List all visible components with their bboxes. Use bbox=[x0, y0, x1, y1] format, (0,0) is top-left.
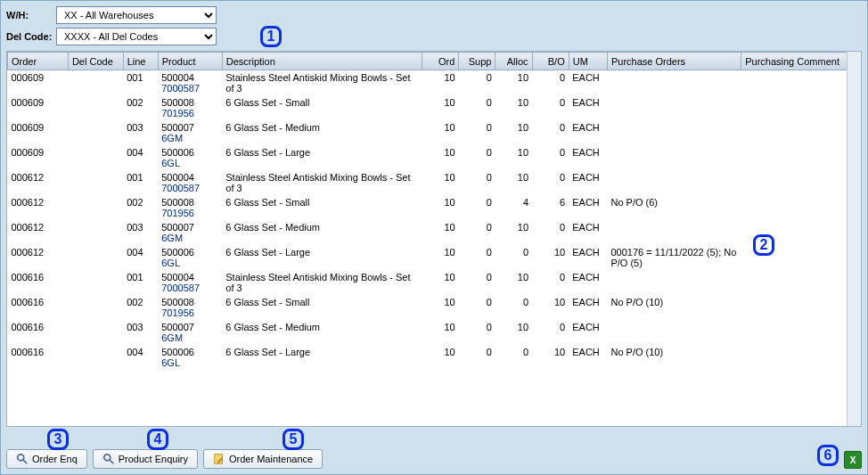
table-row[interactable]: 0006090015000047000587Stainless Steel An… bbox=[8, 70, 861, 96]
orders-table: Order Del Code Line Product Description … bbox=[7, 52, 861, 370]
cell-bo: 10 bbox=[532, 295, 569, 320]
wh-select[interactable]: XX - All Warehouses bbox=[56, 6, 217, 24]
filters-panel: W/H: XX - All Warehouses Del Code: XXXX … bbox=[6, 6, 862, 45]
cell-ord: 10 bbox=[422, 95, 459, 120]
cell-bo: 10 bbox=[532, 345, 569, 370]
cell-bo: 0 bbox=[532, 120, 569, 145]
cell-po bbox=[607, 270, 741, 295]
cell-alloc: 10 bbox=[495, 95, 532, 120]
cell-pc bbox=[741, 120, 861, 145]
callout-5: 5 bbox=[283, 429, 304, 450]
col-line[interactable]: Line bbox=[123, 53, 158, 70]
cell-po bbox=[607, 120, 741, 145]
table-row[interactable]: 0006160045000066GL6 Glass Set - Large100… bbox=[8, 345, 861, 370]
cell-um: EACH bbox=[569, 295, 607, 320]
cell-order[interactable]: 000609 bbox=[8, 145, 69, 170]
cell-description: Stainless Steel Antiskid Mixing Bowls - … bbox=[222, 170, 422, 195]
table-row[interactable]: 0006160015000047000587Stainless Steel An… bbox=[8, 270, 861, 295]
cell-order[interactable]: 000616 bbox=[8, 345, 69, 370]
table-row[interactable]: 0006120035000076GM6 Glass Set - Medium10… bbox=[8, 220, 861, 245]
cell-ord: 10 bbox=[422, 320, 459, 345]
cell-product[interactable]: 5000076GM bbox=[158, 320, 222, 345]
cell-product[interactable]: 5000047000587 bbox=[158, 270, 222, 295]
table-row[interactable]: 0006090045000066GL6 Glass Set - Large100… bbox=[8, 145, 861, 170]
cell-description: 6 Glass Set - Medium bbox=[222, 120, 422, 145]
filter-row-wh: W/H: XX - All Warehouses bbox=[6, 6, 862, 24]
cell-alloc: 10 bbox=[495, 270, 532, 295]
cell-product[interactable]: 5000066GL bbox=[158, 145, 222, 170]
cell-um: EACH bbox=[569, 220, 607, 245]
cell-bo: 6 bbox=[532, 195, 569, 220]
order-maintenance-button[interactable]: Order Maintenance bbox=[203, 449, 323, 469]
cell-order[interactable]: 000616 bbox=[8, 295, 69, 320]
col-description[interactable]: Description bbox=[222, 53, 422, 70]
cell-line: 001 bbox=[123, 170, 158, 195]
cell-order[interactable]: 000616 bbox=[8, 270, 69, 295]
product-enquiry-button[interactable]: Product Enquiry bbox=[93, 449, 198, 469]
col-alloc[interactable]: Alloc bbox=[495, 53, 532, 70]
cell-product[interactable]: 5000076GM bbox=[158, 120, 222, 145]
table-row[interactable]: 0006090035000076GM6 Glass Set - Medium10… bbox=[8, 120, 861, 145]
cell-product[interactable]: 5000066GL bbox=[158, 345, 222, 370]
col-order[interactable]: Order bbox=[8, 53, 69, 70]
table-row[interactable]: 0006160025000087019566 Glass Set - Small… bbox=[8, 295, 861, 320]
cell-ord: 10 bbox=[422, 220, 459, 245]
cell-product[interactable]: 500008701956 bbox=[158, 95, 222, 120]
cell-supp: 0 bbox=[459, 145, 495, 170]
cell-order[interactable]: 000612 bbox=[8, 245, 69, 270]
cell-pc bbox=[741, 95, 861, 120]
svg-line-3 bbox=[110, 460, 113, 463]
cell-product[interactable]: 500008701956 bbox=[158, 195, 222, 220]
col-ord[interactable]: Ord bbox=[422, 53, 459, 70]
cell-po: 000176 = 11/11/2022 (5); No P/O (5) bbox=[607, 245, 741, 270]
order-enq-button[interactable]: Order Enq bbox=[6, 449, 87, 469]
cell-product[interactable]: 5000047000587 bbox=[158, 70, 222, 96]
cell-order[interactable]: 000612 bbox=[8, 195, 69, 220]
grid-container: Order Del Code Line Product Description … bbox=[6, 51, 862, 427]
search-icon bbox=[102, 453, 115, 465]
cell-supp: 0 bbox=[459, 245, 495, 270]
col-um[interactable]: UM bbox=[569, 53, 607, 70]
cell-description: 6 Glass Set - Large bbox=[222, 245, 422, 270]
col-product[interactable]: Product bbox=[158, 53, 222, 70]
col-po[interactable]: Purchase Orders bbox=[607, 53, 741, 70]
cell-order[interactable]: 000609 bbox=[8, 70, 69, 96]
col-supp[interactable]: Supp bbox=[459, 53, 495, 70]
cell-alloc: 10 bbox=[495, 220, 532, 245]
button-bar: Order Enq Product Enquiry Order Maintena… bbox=[6, 449, 323, 469]
col-bo[interactable]: B/O bbox=[532, 53, 569, 70]
table-row[interactable]: 0006090025000087019566 Glass Set - Small… bbox=[8, 95, 861, 120]
cell-ord: 10 bbox=[422, 270, 459, 295]
del-code-select[interactable]: XXXX - All Del Codes bbox=[56, 28, 217, 45]
cell-alloc: 0 bbox=[495, 345, 532, 370]
export-excel-button[interactable]: X bbox=[844, 451, 862, 469]
cell-product[interactable]: 5000047000587 bbox=[158, 170, 222, 195]
cell-supp: 0 bbox=[459, 295, 495, 320]
col-del-code[interactable]: Del Code bbox=[68, 53, 123, 70]
cell-bo: 0 bbox=[532, 220, 569, 245]
vertical-scrollbar[interactable] bbox=[847, 52, 861, 426]
cell-um: EACH bbox=[569, 170, 607, 195]
cell-line: 001 bbox=[123, 270, 158, 295]
table-row[interactable]: 0006120025000087019566 Glass Set - Small… bbox=[8, 195, 861, 220]
cell-order[interactable]: 000616 bbox=[8, 320, 69, 345]
table-row[interactable]: 0006120045000066GL6 Glass Set - Large100… bbox=[8, 245, 861, 270]
cell-description: 6 Glass Set - Medium bbox=[222, 220, 422, 245]
cell-order[interactable]: 000612 bbox=[8, 170, 69, 195]
cell-del-code bbox=[68, 295, 123, 320]
table-row[interactable]: 0006120015000047000587Stainless Steel An… bbox=[8, 170, 861, 195]
table-row[interactable]: 0006160035000076GM6 Glass Set - Medium10… bbox=[8, 320, 861, 345]
col-pc[interactable]: Purchasing Comment bbox=[741, 53, 861, 70]
cell-order[interactable]: 000609 bbox=[8, 120, 69, 145]
cell-product[interactable]: 5000066GL bbox=[158, 245, 222, 270]
cell-order[interactable]: 000612 bbox=[8, 220, 69, 245]
cell-alloc: 0 bbox=[495, 245, 532, 270]
cell-ord: 10 bbox=[422, 145, 459, 170]
cell-order[interactable]: 000609 bbox=[8, 95, 69, 120]
cell-del-code bbox=[68, 195, 123, 220]
cell-line: 004 bbox=[123, 345, 158, 370]
cell-pc bbox=[741, 320, 861, 345]
cell-product[interactable]: 500008701956 bbox=[158, 295, 222, 320]
cell-product[interactable]: 5000076GM bbox=[158, 220, 222, 245]
cell-del-code bbox=[68, 170, 123, 195]
